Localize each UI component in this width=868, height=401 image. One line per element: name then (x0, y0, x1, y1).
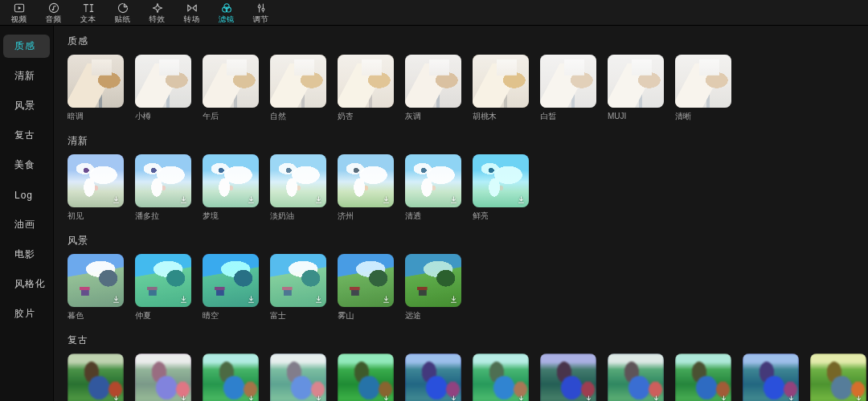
filter-item-label: 仲夏 (135, 311, 191, 321)
filter-thumbnail-起司[interactable] (270, 354, 326, 401)
sidebar-item-fresh[interactable]: 清新 (3, 64, 50, 88)
filter-row: 落叶棕东京游乐园起司VintageHUJI1980德古拉Blues港风红与蓝19… (68, 354, 868, 401)
filter-thumbnail-HUJI[interactable] (405, 354, 461, 401)
filter-thumbnail-东京[interactable] (135, 354, 191, 401)
filter-item: 仲夏 (135, 254, 191, 321)
filter-thumbnail-胡桃木[interactable] (473, 55, 529, 108)
filter-item-label: 暮色 (68, 311, 124, 321)
sidebar-item-label: 复古 (14, 129, 35, 142)
toolbar-item-transition[interactable]: 转场 (174, 0, 209, 25)
filter-thumbnail-潘多拉[interactable] (135, 154, 191, 207)
filter-thumbnail-午后[interactable] (203, 55, 259, 108)
download-icon (517, 195, 526, 204)
download-icon (517, 395, 526, 401)
filter-thumbnail-梦境[interactable] (203, 154, 259, 207)
filter-thumbnail-自然[interactable] (270, 55, 326, 108)
filter-icon (221, 2, 232, 14)
filter-thumbnail-Vintage[interactable] (338, 354, 394, 401)
toolbar-item-adjust[interactable]: 调节 (244, 0, 278, 25)
filter-thumbnail-富士[interactable] (270, 254, 326, 307)
filter-thumbnail-淡奶油[interactable] (270, 154, 326, 207)
filter-thumbnail-暮色[interactable] (68, 254, 124, 307)
sidebar-item-label: 胶片 (14, 307, 35, 321)
filter-thumbnail-落叶棕[interactable] (68, 354, 124, 401)
filter-thumbnail-远途[interactable] (405, 254, 461, 307)
download-icon (584, 395, 593, 401)
filter-thumbnail-初见[interactable] (68, 154, 124, 207)
filter-thumbnail-白皙[interactable] (540, 55, 596, 108)
download-icon (247, 395, 256, 401)
main-area: 质感清新风景复古美食Log油画电影风格化胶片 质感暗调小樽午后自然奶杏灰调胡桃木… (0, 26, 868, 401)
toolbar-item-video[interactable]: 视频 (2, 0, 36, 25)
sidebar-item-movie[interactable]: 电影 (3, 243, 50, 266)
section-title: 质感 (68, 35, 868, 48)
filter-thumbnail-红与蓝[interactable] (743, 354, 799, 401)
filter-thumbnail-小樽[interactable] (135, 55, 191, 108)
sidebar-item-label: 质感 (14, 39, 35, 53)
filter-thumbnail-济州[interactable] (338, 154, 394, 207)
download-icon (112, 295, 121, 304)
sidebar-item-food[interactable]: 美食 (3, 153, 50, 177)
filter-section-retro: 复古落叶棕东京游乐园起司VintageHUJI1980德古拉Blues港风红与蓝… (68, 333, 868, 401)
sidebar-item-film[interactable]: 胶片 (3, 302, 50, 325)
filter-thumbnail-奶杏[interactable] (338, 55, 394, 108)
toolbar-item-filter[interactable]: 滤镜 (209, 0, 244, 25)
section-title: 清新 (68, 134, 868, 148)
filter-item-label: 富士 (270, 311, 326, 321)
sidebar-item-landscape[interactable]: 风景 (3, 94, 50, 117)
filter-thumbnail-暗调[interactable] (68, 55, 124, 108)
sidebar-item-label: 油画 (14, 218, 35, 231)
filter-item: 清透 (405, 154, 461, 221)
filter-thumbnail-鲜亮[interactable] (473, 154, 529, 207)
filter-item-label: 灰调 (405, 112, 461, 121)
sticker-icon (117, 2, 129, 14)
sidebar-item-label: 美食 (14, 158, 35, 172)
toolbar-item-label: 贴纸 (115, 14, 131, 23)
filter-thumbnail-1980[interactable] (473, 354, 529, 401)
filter-thumbnail-1970[interactable] (810, 354, 866, 401)
filter-thumbnail-仲夏[interactable] (135, 254, 191, 307)
filter-item-label: 鲜亮 (473, 211, 529, 221)
filter-thumbnail-Blues[interactable] (608, 354, 664, 401)
filter-item: 远途 (405, 254, 461, 321)
toolbar-item-label: 音频 (46, 14, 62, 23)
filter-thumbnail-雾山[interactable] (338, 254, 394, 307)
filter-item: HUJI (405, 354, 461, 401)
filter-item-label: 清晰 (675, 112, 731, 121)
toolbar-item-label: 视频 (11, 14, 27, 23)
filter-item: 自然 (270, 55, 326, 121)
filter-row: 暮色仲夏晴空富士雾山远途 (68, 254, 868, 321)
section-title: 复古 (68, 333, 868, 347)
toolbar-item-text[interactable]: 文本 (71, 0, 105, 25)
download-icon (854, 395, 863, 401)
filter-item: 1980 (473, 354, 529, 401)
filter-item-label: 胡桃木 (473, 112, 529, 121)
sidebar-item-retro[interactable]: 复古 (3, 124, 50, 147)
filter-thumbnail-灰调[interactable] (405, 55, 461, 108)
filter-item-label: MUJI (608, 112, 664, 121)
filter-section-landscape: 风景暮色仲夏晴空富士雾山远途 (68, 234, 868, 321)
sidebar-item-texture[interactable]: 质感 (3, 35, 50, 58)
download-icon (112, 195, 121, 204)
filter-panel-window: 视频音频文本贴纸特效转场滤镜调节 质感清新风景复古美食Log油画电影风格化胶片 … (0, 0, 868, 401)
filter-item-label: 初见 (68, 211, 124, 221)
filter-thumbnail-清透[interactable] (405, 154, 461, 207)
download-icon (787, 395, 796, 401)
toolbar-item-sticker[interactable]: 贴纸 (105, 0, 140, 25)
filter-thumbnail-德古拉[interactable] (540, 354, 596, 401)
filter-thumbnail-清晰[interactable] (675, 55, 731, 108)
sidebar-item-log[interactable]: Log (3, 183, 50, 207)
filter-thumbnail-游乐园[interactable] (203, 354, 259, 401)
sidebar-item-oil-painting[interactable]: 油画 (3, 213, 50, 236)
toolbar-item-effects[interactable]: 特效 (140, 0, 174, 25)
sidebar-item-stylized[interactable]: 风格化 (3, 272, 50, 296)
toolbar-item-audio[interactable]: 音频 (36, 0, 71, 25)
filter-item-label: 雾山 (338, 311, 394, 321)
video-icon (14, 2, 25, 14)
filter-item: 奶杏 (338, 55, 394, 121)
filter-thumbnail-MUJI[interactable] (608, 55, 664, 108)
filter-thumbnail-晴空[interactable] (203, 254, 259, 307)
filter-thumbnail-港风[interactable] (675, 354, 731, 401)
download-icon (179, 295, 188, 304)
filter-item: 灰调 (405, 55, 461, 121)
